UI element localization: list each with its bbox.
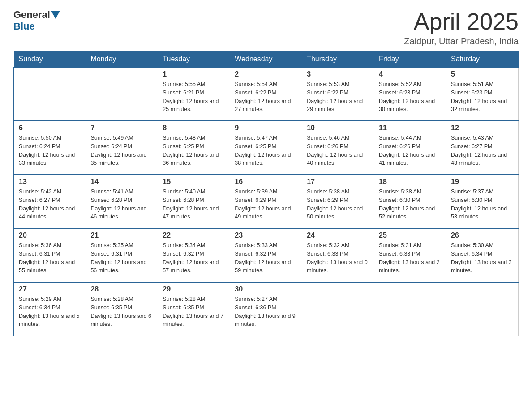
day-info: Sunrise: 5:28 AMSunset: 6:35 PMDaylight:…: [90, 295, 153, 329]
day-number: 25: [379, 231, 442, 240]
month-title: April 2025: [404, 9, 519, 34]
day-info: Sunrise: 5:49 AMSunset: 6:24 PMDaylight:…: [90, 134, 153, 167]
day-number: 13: [19, 178, 81, 186]
day-number: 26: [451, 231, 514, 240]
day-number: 24: [307, 231, 369, 240]
day-info: Sunrise: 5:37 AMSunset: 6:30 PMDaylight:…: [451, 188, 514, 221]
day-number: 7: [90, 124, 153, 132]
day-info: Sunrise: 5:34 AMSunset: 6:32 PMDaylight:…: [163, 241, 225, 275]
day-info: Sunrise: 5:30 AMSunset: 6:34 PMDaylight:…: [451, 241, 514, 275]
calendar-cell: 16Sunrise: 5:39 AMSunset: 6:29 PMDayligh…: [230, 175, 302, 228]
calendar-cell: 10Sunrise: 5:46 AMSunset: 6:26 PMDayligh…: [302, 121, 374, 175]
day-number: 28: [90, 285, 153, 293]
weekday-header-sunday: Sunday: [14, 51, 86, 68]
day-info: Sunrise: 5:43 AMSunset: 6:27 PMDaylight:…: [451, 134, 514, 167]
day-number: 9: [235, 124, 297, 132]
day-number: 16: [235, 178, 297, 186]
day-number: 20: [19, 231, 81, 240]
calendar-cell: 15Sunrise: 5:40 AMSunset: 6:28 PMDayligh…: [158, 175, 230, 228]
day-info: Sunrise: 5:31 AMSunset: 6:33 PMDaylight:…: [379, 241, 442, 275]
calendar-table: SundayMondayTuesdayWednesdayThursdayFrid…: [13, 51, 519, 336]
day-number: 11: [379, 124, 442, 132]
weekday-header-monday: Monday: [86, 51, 158, 68]
day-number: 4: [379, 70, 442, 78]
day-info: Sunrise: 5:33 AMSunset: 6:32 PMDaylight:…: [235, 241, 297, 275]
day-info: Sunrise: 5:46 AMSunset: 6:26 PMDaylight:…: [307, 134, 369, 167]
day-number: 22: [163, 231, 225, 240]
day-info: Sunrise: 5:38 AMSunset: 6:30 PMDaylight:…: [379, 188, 442, 221]
day-info: Sunrise: 5:53 AMSunset: 6:22 PMDaylight:…: [307, 80, 369, 114]
weekday-header-tuesday: Tuesday: [158, 51, 230, 68]
calendar-cell: 21Sunrise: 5:35 AMSunset: 6:31 PMDayligh…: [86, 228, 158, 282]
day-number: 21: [90, 231, 153, 240]
day-info: Sunrise: 5:32 AMSunset: 6:33 PMDaylight:…: [307, 241, 369, 275]
weekday-header-saturday: Saturday: [446, 51, 519, 68]
calendar-cell: 27Sunrise: 5:29 AMSunset: 6:34 PMDayligh…: [14, 282, 86, 336]
day-info: Sunrise: 5:51 AMSunset: 6:23 PMDaylight:…: [451, 80, 514, 114]
calendar-cell: 7Sunrise: 5:49 AMSunset: 6:24 PMDaylight…: [86, 121, 158, 175]
calendar-cell: [14, 67, 86, 121]
calendar-cell: 18Sunrise: 5:38 AMSunset: 6:30 PMDayligh…: [374, 175, 446, 228]
page-header: General Blue April 2025 Zaidpur, Uttar P…: [13, 9, 519, 47]
calendar-cell: 22Sunrise: 5:34 AMSunset: 6:32 PMDayligh…: [158, 228, 230, 282]
day-number: 3: [307, 70, 369, 78]
day-number: 29: [163, 285, 225, 293]
calendar-cell: 26Sunrise: 5:30 AMSunset: 6:34 PMDayligh…: [446, 228, 519, 282]
calendar-header-row: SundayMondayTuesdayWednesdayThursdayFrid…: [14, 51, 519, 68]
day-info: Sunrise: 5:38 AMSunset: 6:29 PMDaylight:…: [307, 188, 369, 221]
day-number: 15: [163, 178, 225, 186]
calendar-cell: 28Sunrise: 5:28 AMSunset: 6:35 PMDayligh…: [86, 282, 158, 336]
calendar-cell: 19Sunrise: 5:37 AMSunset: 6:30 PMDayligh…: [446, 175, 519, 228]
day-info: Sunrise: 5:41 AMSunset: 6:28 PMDaylight:…: [90, 188, 153, 221]
day-number: 23: [235, 231, 297, 240]
calendar-cell: 24Sunrise: 5:32 AMSunset: 6:33 PMDayligh…: [302, 228, 374, 282]
day-info: Sunrise: 5:48 AMSunset: 6:25 PMDaylight:…: [163, 134, 225, 167]
calendar-cell: 14Sunrise: 5:41 AMSunset: 6:28 PMDayligh…: [86, 175, 158, 228]
week-row-3: 13Sunrise: 5:42 AMSunset: 6:27 PMDayligh…: [14, 175, 519, 228]
calendar-cell: 25Sunrise: 5:31 AMSunset: 6:33 PMDayligh…: [374, 228, 446, 282]
week-row-4: 20Sunrise: 5:36 AMSunset: 6:31 PMDayligh…: [14, 228, 519, 282]
day-info: Sunrise: 5:36 AMSunset: 6:31 PMDaylight:…: [19, 241, 81, 275]
day-number: 1: [163, 70, 225, 78]
logo-triangle-icon: [51, 11, 60, 19]
logo-blue-text: Blue: [13, 21, 35, 32]
calendar-cell: [86, 67, 158, 121]
calendar-cell: 23Sunrise: 5:33 AMSunset: 6:32 PMDayligh…: [230, 228, 302, 282]
week-row-1: 1Sunrise: 5:55 AMSunset: 6:21 PMDaylight…: [14, 67, 519, 121]
day-info: Sunrise: 5:50 AMSunset: 6:24 PMDaylight:…: [19, 134, 81, 167]
calendar-cell: 2Sunrise: 5:54 AMSunset: 6:22 PMDaylight…: [230, 67, 302, 121]
calendar-cell: 30Sunrise: 5:27 AMSunset: 6:36 PMDayligh…: [230, 282, 302, 336]
logo-general-text: General: [13, 9, 50, 21]
calendar-cell: [374, 282, 446, 336]
day-info: Sunrise: 5:55 AMSunset: 6:21 PMDaylight:…: [163, 80, 225, 114]
day-info: Sunrise: 5:27 AMSunset: 6:36 PMDaylight:…: [235, 295, 297, 329]
calendar-cell: 3Sunrise: 5:53 AMSunset: 6:22 PMDaylight…: [302, 67, 374, 121]
calendar-cell: 20Sunrise: 5:36 AMSunset: 6:31 PMDayligh…: [14, 228, 86, 282]
day-info: Sunrise: 5:28 AMSunset: 6:35 PMDaylight:…: [163, 295, 225, 329]
calendar-cell: 1Sunrise: 5:55 AMSunset: 6:21 PMDaylight…: [158, 67, 230, 121]
weekday-header-thursday: Thursday: [302, 51, 374, 68]
day-number: 14: [90, 178, 153, 186]
calendar-cell: 11Sunrise: 5:44 AMSunset: 6:26 PMDayligh…: [374, 121, 446, 175]
calendar-cell: [446, 282, 519, 336]
day-info: Sunrise: 5:52 AMSunset: 6:23 PMDaylight:…: [379, 80, 442, 114]
day-number: 12: [451, 124, 514, 132]
calendar-cell: 29Sunrise: 5:28 AMSunset: 6:35 PMDayligh…: [158, 282, 230, 336]
day-number: 8: [163, 124, 225, 132]
weekday-header-friday: Friday: [374, 51, 446, 68]
calendar-cell: 17Sunrise: 5:38 AMSunset: 6:29 PMDayligh…: [302, 175, 374, 228]
calendar-cell: 9Sunrise: 5:47 AMSunset: 6:25 PMDaylight…: [230, 121, 302, 175]
calendar-cell: 5Sunrise: 5:51 AMSunset: 6:23 PMDaylight…: [446, 67, 519, 121]
day-info: Sunrise: 5:42 AMSunset: 6:27 PMDaylight:…: [19, 188, 81, 221]
day-number: 5: [451, 70, 514, 78]
day-number: 18: [379, 178, 442, 186]
location-title: Zaidpur, Uttar Pradesh, India: [404, 36, 519, 47]
day-number: 10: [307, 124, 369, 132]
day-number: 6: [19, 124, 81, 132]
day-info: Sunrise: 5:44 AMSunset: 6:26 PMDaylight:…: [379, 134, 442, 167]
calendar-cell: 8Sunrise: 5:48 AMSunset: 6:25 PMDaylight…: [158, 121, 230, 175]
day-number: 19: [451, 178, 514, 186]
logo: General Blue: [13, 9, 61, 32]
week-row-5: 27Sunrise: 5:29 AMSunset: 6:34 PMDayligh…: [14, 282, 519, 336]
day-info: Sunrise: 5:39 AMSunset: 6:29 PMDaylight:…: [235, 188, 297, 221]
